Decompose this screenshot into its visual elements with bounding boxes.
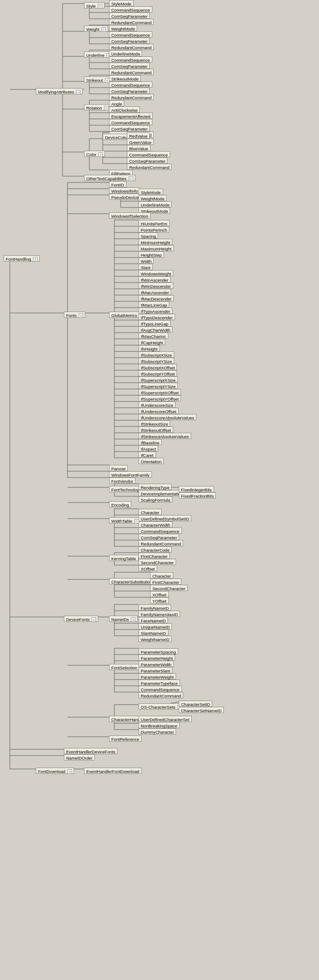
ifmacdescender-node: IfMacDescender — [139, 295, 174, 301]
maximumheight-node: MaximumHeight — [139, 245, 174, 251]
weightmode-node: WeightMode — [109, 25, 137, 31]
wt-charcode-node: CharacterCode — [139, 546, 172, 553]
ifwindescender-node: IfWinDescender — [139, 283, 173, 289]
anticlockwise-node: AntiClockwise — [109, 106, 140, 113]
devicefonts-expand[interactable]: ○ — [92, 617, 96, 622]
ifunderscoresize-node: IfUnderscoreSize — [139, 401, 176, 408]
pseudo-underlinemode-node: UnderlineMode — [139, 201, 172, 207]
color-comseqparam-node: ComSeqParameter — [127, 157, 168, 164]
greenvalue-node: GreenValue — [127, 139, 154, 145]
ifsubscriptxoffset-node: IfSubscriptXOffset — [139, 364, 177, 370]
pointsperinch-node: PointsPerInch — [139, 226, 169, 232]
orientation-node: Orientation — [139, 458, 164, 464]
fs-commandseq-node: CommandSequence — [139, 686, 182, 692]
othertextcap-node: OtherTextCapabilities ○ — [84, 175, 135, 181]
ifsubscriptysize-node: IfSubscriptYSize — [139, 358, 174, 364]
fontvendor-node: FontVendor — [109, 477, 135, 484]
underlinemode-node: UnderlineMode — [109, 50, 142, 56]
fontdownload-node: FontDownload ○ — [36, 768, 74, 774]
fonts-expand[interactable]: ○ — [79, 313, 83, 318]
style-expand[interactable]: ○ — [98, 4, 102, 8]
slant-node: Slant — [139, 264, 153, 270]
rotation-node: Rotation ○ — [84, 104, 111, 110]
strikeout-commandseq-node: CommandSequence — [109, 81, 152, 88]
style-node: Style ○ — [84, 2, 105, 8]
modifying-attributes-expand[interactable]: ○ — [76, 90, 80, 94]
ifsuperscriptxsize-node: IfSuperscriptXSize — [139, 376, 178, 383]
rotation-expand[interactable]: ○ — [104, 106, 109, 110]
strikeout-comseqparam-node: ComSeqParameter — [109, 88, 150, 94]
cst-xoffset-node: XOffset — [150, 591, 169, 597]
redvalue-node: RedValue — [127, 132, 150, 139]
oscharsets-node: OS-CharacterSets ○ — [139, 703, 184, 710]
nonbreakingspace-node: NonBreakingSpace — [139, 722, 180, 728]
windowsweight-node: WindowsWeight — [139, 270, 173, 276]
ifsuperscriptysize-node: IfSuperscriptYSize — [139, 383, 178, 389]
color-redundant-node: RedundantCommand — [127, 164, 172, 170]
wt-charwidth-node: CharacterWidth — [139, 521, 172, 528]
underline-commandseq-node: CommandSequence — [109, 56, 152, 63]
dummychar-node: DummyCharacter — [139, 728, 176, 735]
scalingformula-node: ScalingFormula — [139, 496, 172, 503]
fonts-node: Fonts ○ — [64, 312, 85, 318]
rot-commandseq-node: CommandSequence — [109, 119, 152, 125]
widthtable-node: WidthTable ○ — [109, 517, 141, 524]
nid-facenameid-node: FaceNameID — [139, 617, 168, 623]
eventhandlerfontdownload-node: EventHandlerFontDownload — [84, 768, 142, 774]
othertextcap-expand[interactable]: ○ — [129, 177, 133, 181]
font-handling-node: FontHandling ○ — [4, 255, 40, 262]
devicefonts-node: DeviceFonts ○ — [64, 616, 98, 622]
kt-secondchar-node: SecondCharacter — [139, 559, 176, 565]
strikeout-redundant-node: RedundantCommand — [109, 94, 154, 100]
fs-paramweight-node: ParameterWeight — [139, 673, 176, 680]
ifxheight-node: IfxHeight — [139, 345, 160, 351]
font-handling-expand[interactable]: ○ — [33, 257, 38, 262]
fixedfractionbits-node: FixedFractionBits — [179, 492, 216, 498]
underline-redundant-node: RedundantCommand — [109, 69, 154, 75]
color-node: Color ○ — [84, 151, 105, 157]
fontid-node: FontID — [109, 181, 126, 187]
charsetnameid-node: CharacterSetNameID — [179, 707, 224, 713]
color-expand[interactable]: ○ — [98, 152, 103, 157]
ifsubscriptxsize-node: IfSubscriptXSize — [139, 351, 174, 358]
style-redundant-node: RedundantCommand — [109, 19, 154, 25]
nid-uniquenameid-node: UniqueNameID — [139, 623, 172, 629]
nameids-expand[interactable]: ○ — [131, 617, 135, 622]
angle-node: Angle — [109, 100, 124, 106]
weight-commandseq-node: CommandSequence — [109, 31, 152, 38]
strikeoutmode-node: StrikeoutMode — [109, 75, 141, 81]
kt-xoffset-node: XOffset — [139, 565, 157, 571]
diagram-container: FontHandling ○ ModifyingAttributes ○ Sty… — [0, 0, 319, 980]
width-node: Width — [139, 258, 154, 264]
style-comseqparam-node: ComSeqParameter — [109, 13, 150, 19]
weight-expand[interactable]: ○ — [101, 27, 106, 32]
ifunderscoreoffset-node: IfUnderscoreOffset — [139, 408, 179, 414]
wt-comseqparam-node: ComSeqParameter — [139, 534, 179, 540]
style-commandseq-node: CommandSequence — [109, 6, 152, 13]
wt-redundant-node: RedundantCommand — [139, 540, 183, 546]
hiunitsperem-node: HiUnitsPerEm — [139, 220, 170, 226]
ifstrikeoutoffset-node: IfStrikeoutOffset — [139, 427, 173, 433]
fs-paramslant-node: ParameterSlant — [139, 667, 172, 673]
spacing-node: Spacing — [139, 232, 158, 239]
pseudo-weightmode-node: WeightMode — [139, 195, 167, 201]
rot-comseqparam-node: ComSeqParameter — [109, 125, 150, 131]
fixedintegerbits-node: FixedIntegerBits — [179, 486, 214, 492]
charsetid-node: CharacterSetID — [179, 701, 212, 707]
wt-userdefined-node: UserDefinedSymbolSetID — [139, 515, 191, 521]
fontdownload-expand[interactable]: ○ — [67, 769, 72, 774]
nid-familynameid-node: FamilyNameID — [139, 604, 171, 611]
weight-redundant-node: RedundantCommand — [109, 44, 154, 50]
stylemode-node: StyleMode — [109, 0, 134, 6]
escapementaffected-node: EscapementAffected — [109, 113, 153, 119]
fontreference-node: FontReference — [109, 735, 142, 742]
fs-paramheight-node: ParameterHeight — [139, 655, 175, 661]
cst-firstchar-node: FirstCharacter — [150, 579, 181, 585]
bluevalue-node: BlueValue — [127, 145, 151, 151]
windowsifsSelection-node: WindowsIfSelection — [109, 212, 151, 219]
iftypodescender-node: IfTypoDescender — [139, 314, 175, 320]
nid-weightnameid-node: WeightNameID — [139, 636, 172, 642]
strikeout-node: Strikeout ○ — [84, 76, 112, 83]
userdefinedcharset-node: UserDefinedCharacterSet — [139, 716, 192, 722]
ifsuperscriptyoffset-node: IfSuperscriptYOffset — [139, 395, 181, 401]
